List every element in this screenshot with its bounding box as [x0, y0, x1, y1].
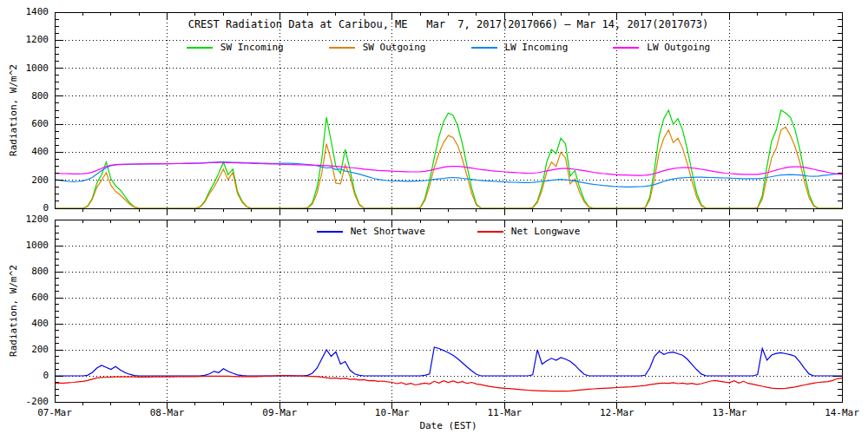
y-tick-label: 600	[5, 119, 49, 129]
legend-line-lw-incoming	[471, 47, 497, 49]
panel-frame-bottom	[55, 220, 842, 402]
series-line-net-shortwave	[55, 347, 842, 376]
series-line-sw-outgoing	[55, 127, 842, 208]
legend-bottom-panel: Net Shortwave Net Longwave	[55, 226, 842, 237]
x-tick-label: 11-Mar	[477, 408, 532, 418]
y-tick-label: -200	[5, 397, 49, 407]
legend-label-net-shortwave: Net Shortwave	[351, 226, 425, 237]
legend-item-net-longwave: Net Longwave	[477, 226, 580, 237]
legend-line-net-shortwave	[317, 231, 343, 233]
x-tick-label: 14-Mar	[814, 408, 868, 418]
plot-canvas	[0, 0, 868, 434]
legend-item-lw-incoming: LW Incoming	[471, 42, 569, 53]
legend-label-sw-incoming: SW Incoming	[220, 42, 284, 53]
legend-label-sw-outgoing: SW Outgoing	[363, 42, 426, 53]
y-tick-label: 400	[5, 147, 49, 157]
y-axis-label-top: Radiation, W/m^2	[8, 64, 19, 156]
radiation-chart-figure: CREST Radiation Data at Caribou, ME Mar …	[0, 0, 868, 434]
y-tick-label: 1200	[5, 214, 49, 225]
y-axis-label-bottom: Radiation, W/m^2	[8, 265, 19, 357]
legend-label-net-longwave: Net Longwave	[511, 226, 580, 237]
legend-label-lw-incoming: LW Incoming	[505, 42, 569, 53]
x-tick-label: 12-Mar	[589, 408, 645, 418]
x-tick-label: 09-Mar	[252, 408, 307, 418]
x-axis-label: Date (EST)	[55, 420, 842, 431]
y-tick-label: 400	[5, 319, 49, 329]
legend-item-sw-incoming: SW Incoming	[187, 42, 284, 53]
y-tick-label: 800	[5, 91, 49, 102]
x-tick-label: 07-Mar	[27, 408, 82, 418]
series-line-lw-outgoing	[55, 162, 842, 175]
legend-item-net-shortwave: Net Shortwave	[317, 226, 425, 237]
legend-item-lw-outgoing: LW Outgoing	[613, 42, 710, 53]
y-tick-label: 600	[5, 293, 49, 303]
legend-label-lw-outgoing: LW Outgoing	[647, 42, 710, 53]
y-tick-label: 0	[5, 203, 49, 214]
legend-line-sw-outgoing	[329, 47, 355, 49]
legend-item-sw-outgoing: SW Outgoing	[329, 42, 426, 53]
y-tick-label: 1000	[5, 63, 49, 74]
y-tick-label: 200	[5, 345, 49, 355]
legend-line-lw-outgoing	[613, 47, 639, 49]
y-tick-label: 800	[5, 266, 49, 277]
series-line-net-longwave	[55, 376, 842, 391]
chart-title: CREST Radiation Data at Caribou, ME Mar …	[55, 18, 842, 30]
x-tick-label: 10-Mar	[365, 408, 420, 418]
legend-line-net-longwave	[477, 231, 503, 233]
x-tick-label: 13-Mar	[701, 408, 757, 418]
series-line-sw-incoming	[55, 110, 842, 208]
y-tick-label: 1200	[5, 35, 49, 45]
y-tick-label: 1000	[5, 240, 49, 251]
y-tick-label: 0	[5, 371, 49, 381]
legend-line-sw-incoming	[187, 47, 213, 49]
y-tick-label: 1400	[5, 7, 49, 17]
legend-top-panel: SW Incoming SW Outgoing LW Incoming LW O…	[55, 42, 842, 53]
x-tick-label: 08-Mar	[140, 408, 195, 418]
series-line-lw-incoming	[55, 162, 842, 187]
y-tick-label: 200	[5, 175, 49, 186]
